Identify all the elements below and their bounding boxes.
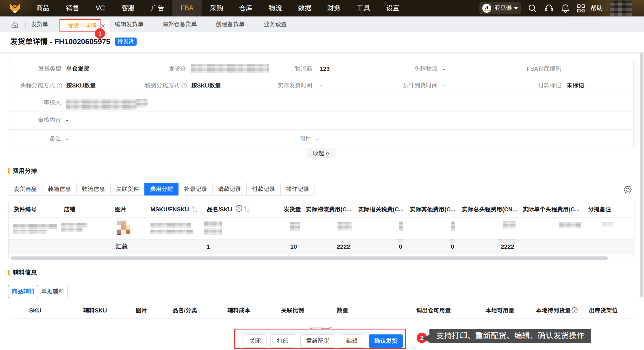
svg-text:?: ? [183,84,185,88]
svg-text:?: ? [58,84,60,88]
svg-text:?: ? [574,308,576,312]
svg-text:?: ? [238,206,240,211]
